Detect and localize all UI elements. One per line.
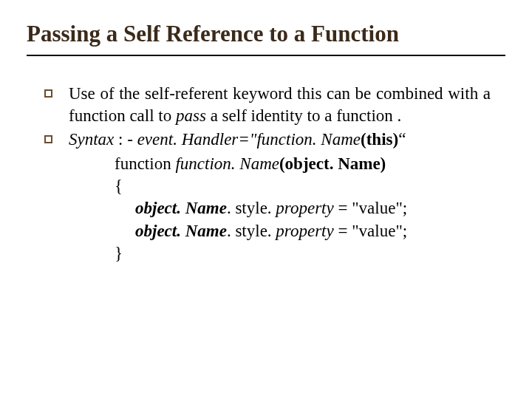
syntax-sep: : -: [114, 130, 137, 149]
line2-mid: . style.: [227, 222, 276, 240]
content-area: Use of the self-referent keyword this ca…: [27, 61, 505, 265]
title-underline: [27, 55, 505, 56]
brace-open: {: [115, 175, 491, 197]
bullet-marker-icon: [44, 135, 52, 143]
line1-prop: property: [276, 199, 333, 217]
brace-close: }: [115, 242, 491, 265]
title-block: Passing a Self Reference to a Function: [27, 21, 505, 56]
line2-obj: object. Name: [135, 222, 227, 240]
body-line-1: object. Name. style. property = "value";: [115, 197, 491, 219]
slide: Passing a Self Reference to a Function U…: [0, 0, 532, 399]
bullet1-post: a self identity to a function .: [206, 106, 401, 125]
syntax-lhs: event. Handler="function. Name: [137, 130, 361, 149]
line1-assign: = "value";: [334, 199, 407, 217]
line2-prop: property: [276, 222, 333, 240]
bullet-text-2: Syntax : - event. Handler="function. Nam…: [69, 129, 491, 151]
line2-assign: = "value";: [334, 222, 407, 240]
bullet1-em: pass: [176, 106, 206, 125]
line1-obj: object. Name: [135, 199, 227, 217]
slide-title: Passing a Self Reference to a Function: [27, 21, 505, 47]
fn-keyword: function: [115, 154, 175, 173]
bullet-text-1: Use of the self-referent keyword this ca…: [69, 83, 491, 128]
fn-name: function. Name: [175, 154, 279, 173]
syntax-body: function function. Name(object. Name) { …: [44, 153, 491, 265]
body-line-2: object. Name. style. property = "value";: [115, 220, 491, 242]
fn-decl-line: function function. Name(object. Name): [115, 153, 491, 175]
bullet-item-1: Use of the self-referent keyword this ca…: [44, 83, 491, 128]
syntax-label: Syntax: [69, 130, 114, 149]
fn-params: (object. Name): [279, 154, 386, 173]
bullet-item-2: Syntax : - event. Handler="function. Nam…: [44, 129, 491, 151]
syntax-endquote: “: [398, 130, 406, 149]
bullet-marker-icon: [44, 89, 52, 98]
line1-mid: . style.: [227, 199, 276, 217]
syntax-this: (this): [361, 130, 398, 149]
